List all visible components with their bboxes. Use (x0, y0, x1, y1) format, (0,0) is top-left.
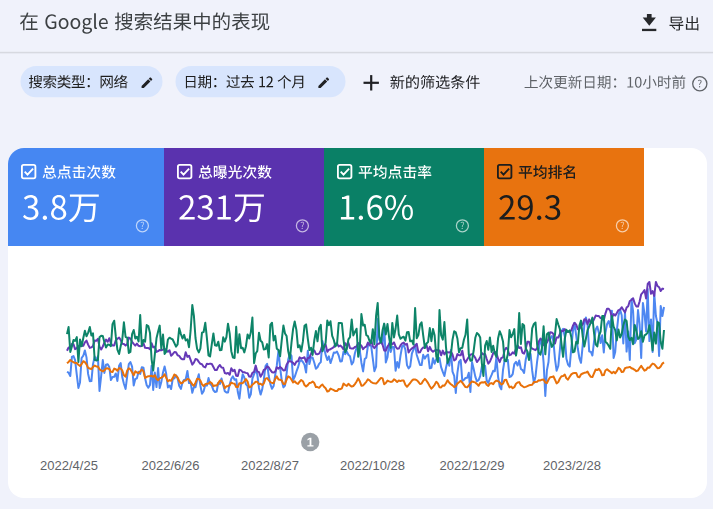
svg-text:2023/2/28: 2023/2/28 (543, 458, 601, 473)
svg-text:2022/8/27: 2022/8/27 (241, 458, 299, 473)
svg-text:2022/6/26: 2022/6/26 (142, 458, 200, 473)
svg-text:2022/4/25: 2022/4/25 (40, 458, 98, 473)
svg-text:2022/10/28: 2022/10/28 (340, 458, 405, 473)
svg-text:2022/12/29: 2022/12/29 (439, 458, 504, 473)
